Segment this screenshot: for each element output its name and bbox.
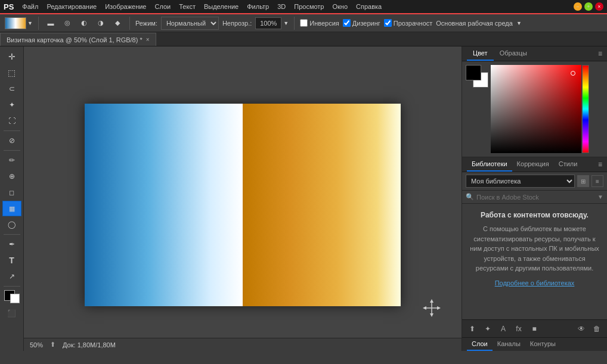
separator-1 [38, 17, 39, 30]
tab-libraries[interactable]: Библиотеки [467, 157, 512, 172]
menu-3d[interactable]: 3D [274, 2, 289, 11]
tool-magic-wand[interactable]: ✦ [2, 97, 21, 113]
tool-eyedropper[interactable]: ⊘ [2, 133, 21, 148]
tool-fg-bg-colors[interactable] [2, 288, 21, 305]
canvas-area[interactable]: 50% ⬆ Док: 1,80M/1,80M [24, 46, 462, 351]
menu-select[interactable]: Выделение [200, 2, 242, 11]
library-grid-view-btn[interactable]: ⊞ [577, 175, 589, 187]
tab-layers[interactable]: Слои [467, 338, 493, 351]
status-bar: 50% ⬆ Док: 1,80M/1,80M [24, 338, 462, 351]
tool-gradient[interactable]: ▦ [2, 201, 21, 216]
canvas-wrapper [85, 104, 401, 306]
tool-text[interactable]: T [2, 253, 21, 268]
menu-file[interactable]: Файл [18, 2, 42, 11]
canvas-right-gradient [243, 104, 401, 306]
library-delete-btn[interactable]: 🗑 [590, 322, 603, 335]
tool-separator-3 [4, 234, 20, 235]
left-toolbar: ✛ ⬚ ⊂ ✦ ⛶ ⊘ ✏ ⊕ ◻ ▦ ◯ ✒ T ↗ ⬛ [0, 46, 24, 351]
gradient-dropdown-arrow[interactable]: ▼ [27, 20, 33, 26]
tool-crop[interactable]: ⛶ [2, 113, 21, 129]
library-eye-btn[interactable]: 👁 [575, 322, 588, 335]
tool-quick-mask[interactable]: ⬛ [2, 306, 21, 321]
hue-slider[interactable] [582, 65, 589, 153]
dithering-label: Дизеринг [352, 20, 380, 27]
tool-eraser[interactable]: ◻ [2, 185, 21, 200]
spectrum-container[interactable] [491, 65, 589, 153]
tool-separator-1 [4, 130, 20, 131]
tab-swatches[interactable]: Образцы [494, 46, 533, 61]
library-heading: Работа с контентом отовсюду. [468, 211, 601, 219]
search-icon: 🔍 [466, 193, 474, 201]
library-search-input[interactable] [476, 194, 595, 201]
gradient-diamond-btn[interactable]: ◆ [111, 17, 124, 30]
tool-move[interactable]: ✛ [2, 49, 21, 64]
gradient-radial-btn[interactable]: ◎ [61, 17, 74, 30]
tab-bar: Визитная карточка @ 50% (Слой 1, RGB/8) … [0, 32, 607, 46]
tool-dodge[interactable]: ◯ [2, 217, 21, 232]
tab-paths[interactable]: Контуры [525, 338, 560, 351]
tool-marquee[interactable]: ⬚ [2, 65, 21, 80]
library-list-view-btn[interactable]: ≡ [591, 175, 603, 187]
menu-image[interactable]: Изображение [101, 2, 150, 11]
library-bottom-toolbar: ⬆ ✦ A fx ■ 👁 🗑 [462, 319, 607, 337]
menu-layers[interactable]: Слои [151, 2, 174, 11]
gradient-reflected-btn[interactable]: ◑ [94, 17, 107, 30]
tab-correction[interactable]: Коррекция [512, 157, 554, 172]
tab-channels[interactable]: Каналы [493, 338, 525, 351]
library-description: С помощью библиотек вы можете систематиз… [468, 224, 601, 273]
color-panel-menu-icon[interactable]: ≡ [598, 49, 602, 58]
document-tab-title: Визитная карточка @ 50% (Слой 1, RGB/8) … [7, 36, 143, 43]
doc-size: Док: 1,80M/1,80M [63, 341, 116, 349]
library-select[interactable]: Моя библиотека [466, 175, 575, 188]
svg-marker-3 [430, 313, 433, 317]
workspace-dropdown-arrow[interactable]: ▼ [516, 20, 522, 26]
library-swatch-btn[interactable]: ■ [528, 322, 541, 335]
tab-color[interactable]: Цвет [467, 46, 494, 61]
document-tab[interactable]: Визитная карточка @ 50% (Слой 1, RGB/8) … [0, 33, 156, 46]
search-dropdown-arrow[interactable]: ▼ [597, 194, 603, 200]
transparency-checkbox[interactable] [384, 19, 392, 27]
lower-panels: Библиотеки Коррекция Стили ≡ Моя библиот… [462, 157, 607, 351]
mode-select[interactable]: Нормальный [161, 17, 219, 30]
tool-lasso[interactable]: ⊂ [2, 81, 21, 97]
inversion-checkbox[interactable] [300, 19, 308, 27]
mode-label: Режим: [135, 20, 157, 27]
gradient-swatch[interactable] [5, 17, 26, 29]
color-spectrum [491, 65, 603, 153]
menu-view[interactable]: Просмотр [290, 2, 327, 11]
library-text-btn[interactable]: A [497, 322, 510, 335]
tool-separator-4 [4, 286, 20, 287]
inversion-label: Инверсия [309, 20, 339, 27]
title-bar: PS Файл Редактирование Изображение Слои … [0, 0, 607, 13]
library-upload-btn[interactable]: ⬆ [466, 322, 479, 335]
library-fx-btn[interactable]: fx [512, 322, 525, 335]
tab-close-button[interactable]: × [146, 36, 150, 43]
menu-window[interactable]: Окно [329, 2, 352, 11]
close-button[interactable]: × [595, 2, 603, 11]
tool-pen[interactable]: ✒ [2, 237, 21, 252]
menu-help[interactable]: Справка [352, 2, 385, 11]
export-icon[interactable]: ⬆ [50, 341, 55, 349]
libraries-panel-menu-icon[interactable]: ≡ [598, 160, 602, 169]
tool-brush[interactable]: ✏ [2, 153, 21, 168]
tool-selection[interactable]: ↗ [2, 269, 21, 284]
options-bar: ▼ ▬ ◎ ◐ ◑ ◆ Режим: Нормальный Непрозр.: … [0, 13, 607, 32]
spectrum-gradient[interactable] [491, 65, 581, 153]
gradient-angle-btn[interactable]: ◐ [78, 17, 91, 30]
foreground-swatch[interactable] [466, 65, 481, 80]
library-add-graphic-btn[interactable]: ✦ [481, 322, 494, 335]
opacity-input[interactable] [255, 17, 281, 29]
maximize-button[interactable]: + [584, 2, 593, 11]
menu-edit[interactable]: Редактирование [43, 2, 100, 11]
library-link[interactable]: Подробнее о библиотеках [468, 279, 601, 287]
window-controls: − + × [574, 2, 603, 11]
opacity-dropdown-arrow[interactable]: ▼ [283, 20, 289, 26]
gradient-linear-btn[interactable]: ▬ [44, 17, 57, 30]
dithering-checkbox[interactable] [343, 19, 351, 27]
tool-clone[interactable]: ⊕ [2, 169, 21, 184]
minimize-button[interactable]: − [574, 2, 582, 11]
menu-text[interactable]: Текст [175, 2, 199, 11]
menu-filter[interactable]: Фильтр [243, 2, 272, 11]
tab-styles[interactable]: Стили [554, 157, 583, 172]
gradient-picker[interactable]: ▼ [5, 17, 33, 29]
